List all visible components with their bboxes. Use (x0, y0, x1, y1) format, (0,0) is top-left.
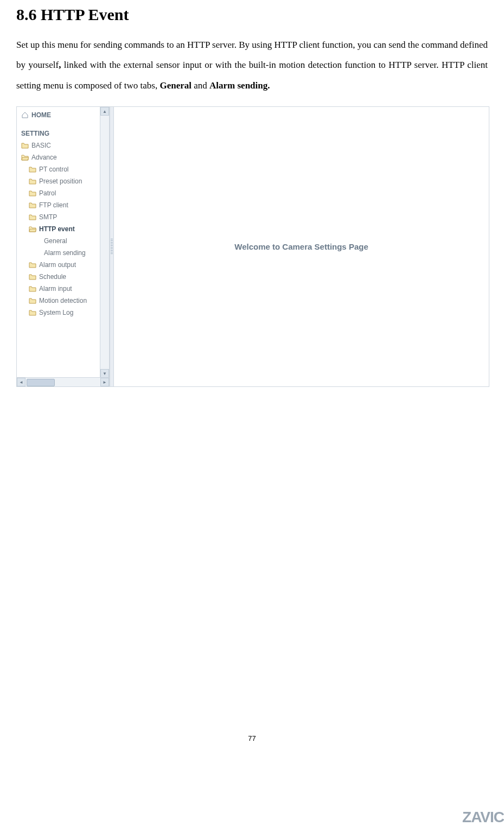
sidebar-item-label: Alarm sending (44, 249, 86, 257)
sidebar-item-general[interactable]: General (17, 235, 109, 247)
sidebar-item-label: SMTP (39, 213, 57, 221)
sidebar-item-label: Advance (31, 154, 57, 161)
sidebar-item-basic[interactable]: BASIC (17, 139, 109, 151)
folder-closed-icon (29, 202, 36, 208)
brand-logo: ZAVIC (462, 809, 504, 826)
paragraph-bold: Alarm sending. (209, 80, 270, 91)
sidebar-item-pt-control[interactable]: PT control (17, 163, 109, 175)
sidebar-item-label: Schedule (39, 273, 66, 281)
sidebar-item-label: Motion detection (39, 297, 87, 304)
section-heading: 8.6 HTTP Event (16, 5, 488, 24)
sidebar-item-label: PT control (39, 166, 68, 173)
sidebar-item-label: General (44, 237, 67, 245)
folder-closed-icon (29, 178, 36, 185)
folder-closed-icon (29, 309, 36, 316)
sidebar-item-label: Alarm output (39, 261, 76, 269)
sidebar-item-label: FTP client (39, 201, 68, 209)
sidebar-item-label: HTTP event (39, 225, 75, 233)
home-icon (21, 112, 29, 118)
sidebar-horizontal-scrollbar[interactable]: ◄ ► (17, 377, 109, 386)
sidebar-item-patrol[interactable]: Patrol (17, 187, 109, 199)
sidebar-item-motion-detection[interactable]: Motion detection (17, 295, 109, 307)
content-pane: Welcome to Camera Settings Page (114, 107, 489, 386)
folder-closed-icon (29, 297, 36, 304)
scroll-left-button[interactable]: ◄ (17, 378, 25, 386)
sidebar-item-label: Alarm input (39, 285, 72, 293)
folder-open-icon (29, 226, 36, 232)
paragraph-bold: General (160, 80, 192, 91)
scroll-up-button[interactable]: ▲ (100, 107, 109, 116)
sidebar-item-ftp-client[interactable]: FTP client (17, 199, 109, 211)
paragraph-text: and (192, 80, 209, 91)
sidebar-section-setting: SETTING (17, 128, 109, 139)
sidebar-item-alarm-input[interactable]: Alarm input (17, 283, 109, 295)
scroll-right-button[interactable]: ► (100, 378, 109, 386)
sidebar-item-label: Patrol (39, 189, 56, 197)
splitter-grip-icon (111, 239, 113, 255)
sidebar-item-alarm-output[interactable]: Alarm output (17, 259, 109, 271)
sidebar-section-label: SETTING (21, 130, 49, 137)
sidebar-item-preset-position[interactable]: Preset position (17, 175, 109, 187)
sidebar-item-label: BASIC (31, 142, 51, 149)
folder-closed-icon (29, 166, 36, 173)
sidebar-item-advance[interactable]: Advance (17, 151, 109, 163)
folder-open-icon (21, 154, 29, 161)
sidebar-item-system-log[interactable]: System Log (17, 307, 109, 319)
sidebar: HOME SETTING BASIC (17, 107, 110, 386)
sidebar-item-label: System Log (39, 309, 73, 316)
sidebar-vertical-scrollbar[interactable]: ▲ ▼ (100, 107, 109, 378)
page-number: 77 (16, 734, 488, 742)
sidebar-item-alarm-sending[interactable]: Alarm sending (17, 247, 109, 259)
settings-screenshot: HOME SETTING BASIC (16, 106, 489, 387)
folder-closed-icon (21, 142, 29, 149)
folder-closed-icon (29, 190, 36, 196)
sidebar-item-smtp[interactable]: SMTP (17, 211, 109, 223)
sidebar-item-http-event[interactable]: HTTP event (17, 223, 109, 235)
sidebar-home[interactable]: HOME (17, 109, 109, 121)
folder-closed-icon (29, 274, 36, 280)
scroll-thumb[interactable] (27, 379, 55, 386)
folder-closed-icon (29, 285, 36, 292)
folder-closed-icon (29, 262, 36, 268)
sidebar-item-schedule[interactable]: Schedule (17, 271, 109, 283)
welcome-text: Welcome to Camera Settings Page (234, 242, 368, 251)
section-paragraph: Set up this menu for sending commands to… (16, 35, 488, 96)
sidebar-item-label: Preset position (39, 177, 82, 185)
pane-splitter[interactable] (110, 107, 114, 386)
sidebar-home-label: HOME (31, 111, 51, 119)
folder-closed-icon (29, 214, 36, 220)
scroll-down-button[interactable]: ▼ (100, 369, 109, 378)
